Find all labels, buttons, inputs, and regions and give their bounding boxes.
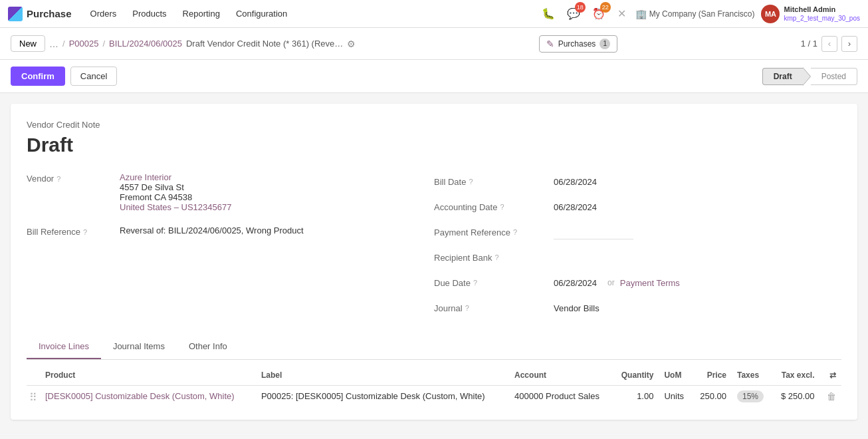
th-col-settings[interactable]: ⇄ (820, 365, 842, 386)
th-quantity: Quantity (613, 365, 659, 386)
row-quantity[interactable]: 1.00 (613, 386, 659, 410)
th-uom: UoM (659, 365, 691, 386)
due-date-field-row: Due Date ? 06/28/2024 or Payment Terms (434, 273, 815, 292)
th-product: Product (40, 365, 256, 386)
status-posted-button[interactable]: Posted (811, 68, 857, 85)
breadcrumb-bill-link[interactable]: BILL/2024/06/0025 (109, 39, 182, 49)
tab-journal-items[interactable]: Journal Items (101, 335, 177, 359)
purchases-button[interactable]: ✎ Purchases 1 (539, 35, 618, 53)
form-right: Bill Date ? 06/28/2024 Accounting Date ?… (434, 172, 841, 324)
new-button[interactable]: New (11, 35, 45, 52)
vendor-field-row: Vendor ? Azure Interior 4557 De Silva St… (27, 172, 407, 212)
table-row: ⠿ [DESK0005] Customizable Desk (Custom, … (27, 386, 841, 410)
close-icon-btn[interactable]: ✕ (615, 5, 629, 23)
accounting-date-value[interactable]: 06/28/2024 (554, 202, 597, 212)
bill-date-label: Bill Date ? (434, 177, 554, 187)
status-draft-button[interactable]: Draft (762, 68, 803, 85)
bug-icon-btn[interactable]: 🐛 (539, 5, 558, 23)
recipient-bank-label: Recipient Bank ? (434, 253, 554, 263)
row-delete[interactable]: 🗑 (820, 386, 842, 410)
nav-item-configuration[interactable]: Configuration (228, 0, 295, 28)
row-account[interactable]: 400000 Product Sales (509, 386, 613, 410)
purchases-icon: ✎ (546, 39, 554, 49)
prev-record-button[interactable]: ‹ (821, 36, 837, 52)
tabs-bar: Invoice Lines Journal Items Other Info (27, 335, 841, 360)
user-menu[interactable]: MA Mitchell Admin kmp_2_test_may_30_pos (761, 5, 860, 23)
payment-terms-link[interactable]: Payment Terms (620, 278, 680, 288)
due-date-help-icon: ? (473, 279, 477, 287)
status-arrow-inner (803, 68, 810, 85)
doc-type-label: Vendor Credit Note (27, 120, 841, 130)
form-left: Vendor ? Azure Interior 4557 De Silva St… (27, 172, 434, 324)
next-record-button[interactable]: › (841, 36, 857, 52)
row-uom[interactable]: Units (659, 386, 691, 410)
confirm-button[interactable]: Confirm (11, 67, 65, 86)
pagination-text: 1 / 1 (801, 39, 817, 49)
invoice-lines-table: Product Label Account Quantity UoM Price… (27, 365, 841, 409)
accounting-date-field-row: Accounting Date ? 06/28/2024 (434, 198, 815, 216)
th-tax-excl: Tax excl. (772, 365, 820, 386)
nav-item-reporting[interactable]: Reporting (175, 0, 228, 28)
vendor-name-link[interactable]: Azure Interior (120, 172, 231, 182)
breadcrumb-right: 1 / 1 ‹ › (801, 36, 857, 52)
timer-icon-btn[interactable]: ⏰ 22 (590, 5, 608, 23)
status-bar: Draft Posted (762, 67, 857, 86)
breadcrumb-current-page: Draft Vendor Credit Note (* 361) (Reve… … (186, 39, 356, 49)
breadcrumb-p00025[interactable]: P00025 (69, 39, 99, 49)
payment-reference-value[interactable] (554, 225, 633, 239)
accounting-date-label: Accounting Date ? (434, 202, 554, 212)
tax-badge: 15% (737, 390, 764, 402)
cancel-button[interactable]: Cancel (70, 67, 117, 86)
table-header-row: Product Label Account Quantity UoM Price… (27, 365, 841, 386)
bill-reference-value[interactable]: Reversal of: BILL/2024/06/0025, Wrong Pr… (120, 225, 304, 235)
due-date-value[interactable]: 06/28/2024 (554, 278, 597, 288)
main-content: Vendor Credit Note Draft Vendor ? Azure … (11, 104, 857, 420)
status-arrow (803, 67, 811, 86)
th-price: Price (692, 365, 732, 386)
tab-invoice-lines[interactable]: Invoice Lines (27, 335, 101, 359)
nav-right: 🐛 💬 18 ⏰ 22 ✕ 🏢 My Company (San Francisc… (539, 5, 860, 23)
bill-date-help-icon: ? (469, 178, 473, 186)
user-name: Mitchell Admin (784, 5, 860, 14)
chat-icon-btn[interactable]: 💬 18 (564, 5, 583, 23)
row-label[interactable]: P00025: [DESK0005] Customizable Desk (Cu… (256, 386, 509, 410)
vendor-address2: Fremont CA 94538 (120, 192, 231, 202)
or-text: or (607, 278, 615, 287)
row-product[interactable]: [DESK0005] Customizable Desk (Custom, Wh… (40, 386, 256, 410)
nav-item-orders[interactable]: Orders (82, 0, 125, 28)
row-drag-handle[interactable]: ⠿ (27, 386, 40, 410)
nav-item-products[interactable]: Products (124, 0, 174, 28)
journal-field-row: Journal ? Vendor Bills (434, 299, 815, 317)
th-taxes: Taxes (732, 365, 772, 386)
vendor-value: Azure Interior 4557 De Silva St Fremont … (120, 172, 231, 212)
chat-badge: 18 (575, 2, 586, 13)
user-info: Mitchell Admin kmp_2_test_may_30_pos (784, 5, 860, 23)
due-date-label: Due Date ? (434, 278, 554, 288)
breadcrumb-left: New … / P00025 / BILL/2024/06/0025 Draft… (11, 35, 356, 52)
company-icon: 🏢 (635, 9, 647, 19)
row-taxes[interactable]: 15% (732, 386, 772, 410)
bill-reference-label: Bill Reference ? (27, 225, 120, 237)
delete-icon[interactable]: 🗑 (827, 391, 836, 402)
tab-other-info[interactable]: Other Info (177, 335, 239, 359)
vendor-label: Vendor ? (27, 172, 120, 184)
breadcrumb-current-text: Draft Vendor Credit Note (* 361) (Reve… (186, 39, 343, 49)
breadcrumb-center: ✎ Purchases 1 (539, 35, 618, 53)
bill-date-value[interactable]: 06/28/2024 (554, 177, 597, 187)
action-buttons: Confirm Cancel (11, 67, 117, 86)
product-link[interactable]: [DESK0005] Customizable Desk (Custom, Wh… (45, 391, 235, 401)
breadcrumb-dots[interactable]: … (49, 39, 58, 49)
vendor-address3: United States – US12345677 (120, 202, 231, 212)
company-selector[interactable]: 🏢 My Company (San Francisco) (635, 9, 755, 19)
nav-logo-text[interactable]: Purchase (27, 8, 72, 19)
col-drag (27, 365, 40, 386)
row-price[interactable]: 250.00 (692, 386, 732, 410)
breadcrumb-separator-2: / (102, 39, 105, 49)
journal-label: Journal ? (434, 303, 554, 313)
logo-icon (8, 7, 23, 21)
bill-date-field-row: Bill Date ? 06/28/2024 (434, 172, 815, 191)
vendor-address1: 4557 De Silva St (120, 182, 231, 192)
gear-icon[interactable]: ⚙ (347, 39, 356, 49)
journal-value[interactable]: Vendor Bills (554, 303, 599, 313)
breadcrumb-separator-1: / (62, 39, 65, 49)
